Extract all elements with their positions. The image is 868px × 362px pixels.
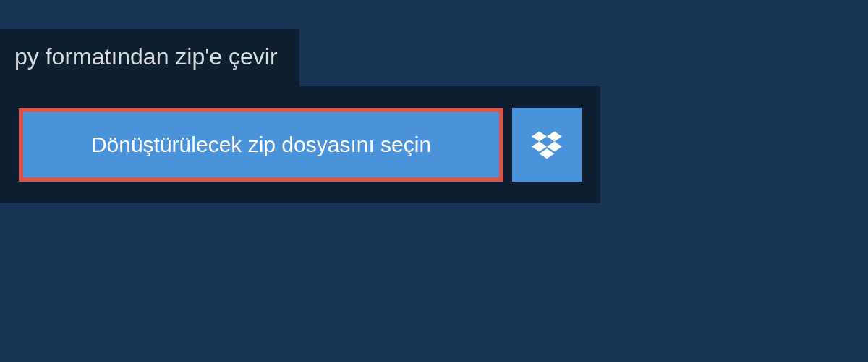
dropbox-icon <box>532 129 562 161</box>
dropbox-button[interactable] <box>512 108 582 182</box>
upload-panel: Dönüştürülecek zip dosyasını seçin <box>0 86 600 203</box>
page-title-tab: py formatından zip'e çevir <box>0 29 299 86</box>
select-file-button[interactable]: Dönüştürülecek zip dosyasını seçin <box>19 108 503 182</box>
select-file-label: Dönüştürülecek zip dosyasını seçin <box>91 132 431 157</box>
page-title: py formatından zip'e çevir <box>14 43 278 70</box>
